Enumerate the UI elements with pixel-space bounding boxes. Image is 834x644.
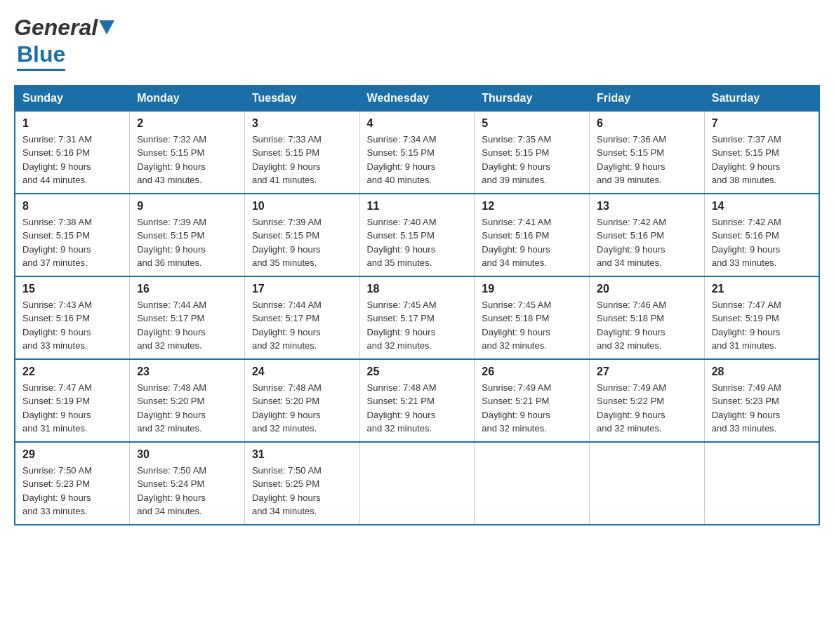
day-info: Sunrise: 7:44 AMSunset: 5:17 PMDaylight:… bbox=[137, 298, 237, 353]
day-cell-7: 7Sunrise: 7:37 AMSunset: 5:15 PMDaylight… bbox=[704, 111, 819, 194]
day-info-line: Sunrise: 7:48 AM bbox=[252, 381, 352, 395]
day-number: 4 bbox=[367, 117, 468, 130]
day-info: Sunrise: 7:42 AMSunset: 5:16 PMDaylight:… bbox=[597, 215, 697, 270]
day-info-line: and 38 minutes. bbox=[712, 173, 812, 187]
day-info-line: Sunset: 5:23 PM bbox=[712, 394, 812, 408]
day-info-line: Sunrise: 7:50 AM bbox=[137, 464, 237, 478]
day-info-line: Daylight: 9 hours bbox=[137, 326, 237, 340]
logo-general-text: General bbox=[14, 14, 98, 41]
day-info: Sunrise: 7:50 AMSunset: 5:25 PMDaylight:… bbox=[252, 464, 352, 518]
day-cell-16: 16Sunrise: 7:44 AMSunset: 5:17 PMDayligh… bbox=[130, 276, 245, 359]
day-cell-1: 1Sunrise: 7:31 AMSunset: 5:16 PMDaylight… bbox=[15, 111, 130, 194]
day-info: Sunrise: 7:38 AMSunset: 5:15 PMDaylight:… bbox=[22, 215, 122, 270]
day-info-line: Daylight: 9 hours bbox=[712, 326, 812, 340]
day-info-line: Sunset: 5:23 PM bbox=[22, 477, 122, 491]
day-info-line: Sunset: 5:22 PM bbox=[597, 394, 697, 408]
day-number: 17 bbox=[252, 283, 352, 295]
day-info-line: Sunrise: 7:49 AM bbox=[712, 381, 812, 395]
day-cell-29: 29Sunrise: 7:50 AMSunset: 5:23 PMDayligh… bbox=[15, 442, 130, 525]
day-info-line: Daylight: 9 hours bbox=[252, 326, 352, 340]
day-info-line: Sunset: 5:16 PM bbox=[597, 229, 697, 243]
logo: General Blue bbox=[14, 14, 114, 71]
day-info: Sunrise: 7:49 AMSunset: 5:22 PMDaylight:… bbox=[597, 381, 697, 436]
day-info-line: Sunset: 5:25 PM bbox=[252, 477, 352, 491]
day-number: 21 bbox=[712, 283, 812, 295]
day-cell-27: 27Sunrise: 7:49 AMSunset: 5:22 PMDayligh… bbox=[590, 359, 705, 442]
day-cell-28: 28Sunrise: 7:49 AMSunset: 5:23 PMDayligh… bbox=[704, 359, 819, 442]
day-info-line: Sunrise: 7:50 AM bbox=[252, 464, 352, 478]
day-number: 2 bbox=[137, 117, 237, 130]
day-number: 1 bbox=[22, 117, 122, 130]
day-number: 25 bbox=[367, 365, 468, 378]
day-info-line: Sunset: 5:15 PM bbox=[137, 229, 237, 243]
day-cell-9: 9Sunrise: 7:39 AMSunset: 5:15 PMDaylight… bbox=[130, 194, 245, 276]
day-cell-17: 17Sunrise: 7:44 AMSunset: 5:17 PMDayligh… bbox=[244, 276, 359, 359]
day-number: 5 bbox=[482, 117, 582, 130]
page-header: General Blue bbox=[14, 14, 820, 71]
day-info-line: and 33 minutes. bbox=[22, 339, 122, 353]
empty-cell bbox=[590, 442, 705, 525]
svg-marker-0 bbox=[99, 20, 114, 34]
day-info: Sunrise: 7:45 AMSunset: 5:18 PMDaylight:… bbox=[482, 298, 582, 353]
day-info-line: Sunset: 5:15 PM bbox=[367, 229, 468, 243]
day-info-line: and 32 minutes. bbox=[482, 339, 582, 353]
day-info: Sunrise: 7:31 AMSunset: 5:16 PMDaylight:… bbox=[22, 133, 122, 187]
day-info-line: Sunrise: 7:49 AM bbox=[482, 381, 582, 395]
day-info-line: Sunset: 5:16 PM bbox=[482, 229, 582, 243]
day-info: Sunrise: 7:42 AMSunset: 5:16 PMDaylight:… bbox=[712, 215, 812, 270]
day-info-line: and 32 minutes. bbox=[597, 422, 697, 436]
day-info-line: Daylight: 9 hours bbox=[367, 243, 468, 257]
day-info-line: and 35 minutes. bbox=[367, 256, 468, 270]
day-info-line: and 37 minutes. bbox=[22, 256, 122, 270]
day-info-line: Daylight: 9 hours bbox=[367, 408, 468, 422]
day-info: Sunrise: 7:45 AMSunset: 5:17 PMDaylight:… bbox=[367, 298, 468, 353]
day-info-line: Sunset: 5:15 PM bbox=[482, 146, 582, 160]
day-info-line: Sunrise: 7:38 AM bbox=[22, 215, 122, 229]
day-info-line: Sunrise: 7:33 AM bbox=[252, 133, 352, 147]
day-info-line: Daylight: 9 hours bbox=[597, 243, 697, 257]
day-info-line: Sunset: 5:15 PM bbox=[252, 146, 352, 160]
day-info-line: and 32 minutes. bbox=[367, 339, 468, 353]
day-info-line: and 35 minutes. bbox=[252, 256, 352, 270]
day-number: 6 bbox=[597, 117, 697, 130]
day-number: 26 bbox=[482, 365, 582, 378]
day-number: 3 bbox=[252, 117, 352, 130]
day-info-line: Sunrise: 7:48 AM bbox=[137, 381, 237, 395]
day-info-line: Sunrise: 7:34 AM bbox=[367, 133, 468, 147]
day-info-line: Sunrise: 7:42 AM bbox=[597, 215, 697, 229]
day-info-line: and 31 minutes. bbox=[22, 422, 122, 436]
day-info-line: Daylight: 9 hours bbox=[482, 408, 582, 422]
day-cell-12: 12Sunrise: 7:41 AMSunset: 5:16 PMDayligh… bbox=[475, 194, 590, 276]
day-info: Sunrise: 7:47 AMSunset: 5:19 PMDaylight:… bbox=[712, 298, 812, 353]
week-row-4: 22Sunrise: 7:47 AMSunset: 5:19 PMDayligh… bbox=[15, 359, 819, 442]
day-info: Sunrise: 7:48 AMSunset: 5:20 PMDaylight:… bbox=[252, 381, 352, 436]
day-cell-4: 4Sunrise: 7:34 AMSunset: 5:15 PMDaylight… bbox=[359, 111, 475, 194]
empty-cell bbox=[475, 442, 590, 525]
day-info-line: Sunset: 5:16 PM bbox=[22, 311, 122, 326]
day-cell-18: 18Sunrise: 7:45 AMSunset: 5:17 PMDayligh… bbox=[359, 276, 475, 359]
logo-arrow-icon bbox=[99, 20, 114, 34]
day-info: Sunrise: 7:36 AMSunset: 5:15 PMDaylight:… bbox=[597, 133, 697, 187]
day-info-line: Daylight: 9 hours bbox=[482, 243, 582, 257]
day-number: 31 bbox=[252, 448, 352, 461]
weekday-header-row: SundayMondayTuesdayWednesdayThursdayFrid… bbox=[15, 86, 819, 111]
week-row-2: 8Sunrise: 7:38 AMSunset: 5:15 PMDaylight… bbox=[15, 194, 819, 276]
day-cell-14: 14Sunrise: 7:42 AMSunset: 5:16 PMDayligh… bbox=[704, 194, 819, 276]
day-cell-22: 22Sunrise: 7:47 AMSunset: 5:19 PMDayligh… bbox=[15, 359, 130, 442]
day-info-line: Daylight: 9 hours bbox=[252, 160, 352, 174]
day-info-line: Daylight: 9 hours bbox=[137, 408, 237, 422]
day-info-line: Daylight: 9 hours bbox=[252, 408, 352, 422]
day-cell-2: 2Sunrise: 7:32 AMSunset: 5:15 PMDaylight… bbox=[130, 111, 245, 194]
day-cell-23: 23Sunrise: 7:48 AMSunset: 5:20 PMDayligh… bbox=[130, 359, 245, 442]
day-info-line: Sunrise: 7:35 AM bbox=[482, 133, 582, 147]
day-number: 13 bbox=[597, 200, 697, 213]
day-info: Sunrise: 7:40 AMSunset: 5:15 PMDaylight:… bbox=[367, 215, 468, 270]
day-cell-13: 13Sunrise: 7:42 AMSunset: 5:16 PMDayligh… bbox=[590, 194, 705, 276]
day-info-line: and 33 minutes. bbox=[712, 422, 812, 436]
day-info: Sunrise: 7:47 AMSunset: 5:19 PMDaylight:… bbox=[22, 381, 122, 436]
day-info-line: Sunrise: 7:49 AM bbox=[597, 381, 697, 395]
day-info-line: Sunset: 5:15 PM bbox=[252, 229, 352, 243]
day-cell-8: 8Sunrise: 7:38 AMSunset: 5:15 PMDaylight… bbox=[15, 194, 130, 276]
day-cell-20: 20Sunrise: 7:46 AMSunset: 5:18 PMDayligh… bbox=[590, 276, 705, 359]
day-info-line: Sunrise: 7:43 AM bbox=[22, 298, 122, 312]
